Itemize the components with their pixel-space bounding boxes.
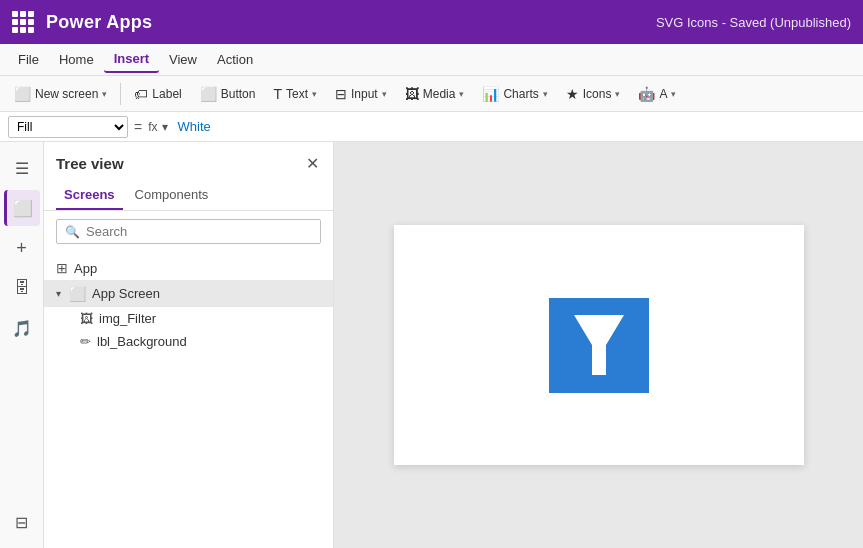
tree-item-app-screen[interactable]: ▾ ⬜ App Screen ⋯ (44, 280, 333, 307)
title-bar: Power Apps SVG Icons - Saved (Unpublishe… (0, 0, 863, 44)
tree-search-area: 🔍 (44, 211, 333, 252)
controls-icon: ⊟ (15, 513, 28, 532)
charts-btn-label: Charts (503, 87, 538, 101)
equals-sign: = (134, 119, 142, 135)
canvas-area[interactable] (334, 142, 863, 548)
tab-screens[interactable]: Screens (56, 181, 123, 210)
toolbar-sep-1 (120, 83, 121, 105)
fx-area: fx ▾ (148, 120, 167, 134)
tree-header: Tree view ✕ (44, 142, 333, 181)
tree-content: ⊞ App ▾ ⬜ App Screen ⋯ 🖼 img_Filter ✏ lb… (44, 252, 333, 548)
property-selector[interactable]: Fill Color X Y Width Height (8, 116, 128, 138)
sidebar-icon-data[interactable]: 🗄 (4, 270, 40, 306)
sidebar-icon-menu[interactable]: ☰ (4, 150, 40, 186)
icons-btn-label: Icons (583, 87, 612, 101)
input-btn-label: Input (351, 87, 378, 101)
label-btn-label: Label (152, 87, 181, 101)
sidebar-icon-controls[interactable]: ⊟ (4, 504, 40, 540)
app-title: Power Apps (46, 12, 152, 33)
media-icon: 🖼 (405, 86, 419, 102)
sidebar-icon-media[interactable]: 🎵 (4, 310, 40, 346)
label-icon: 🏷 (134, 86, 148, 102)
filter-icon-box (549, 298, 649, 393)
svg-marker-0 (574, 315, 624, 375)
icons-chevron: ▾ (615, 89, 620, 99)
ai-btn-label: A (659, 87, 667, 101)
menu-bar: File Home Insert View Action (0, 44, 863, 76)
fx-label: fx (148, 120, 157, 134)
search-icon: 🔍 (65, 225, 80, 239)
left-sidebar: ☰ ⬜ + 🗄 🎵 ⊟ (0, 142, 44, 548)
data-icon: 🗄 (14, 279, 30, 297)
media-lib-icon: 🎵 (12, 319, 32, 338)
input-icon: ⊟ (335, 86, 347, 102)
ai-icon: 🤖 (638, 86, 655, 102)
image-icon: 🖼 (80, 311, 93, 326)
menu-insert[interactable]: Insert (104, 46, 159, 73)
main-layout: ☰ ⬜ + 🗄 🎵 ⊟ Tree view ✕ Screens Componen… (0, 142, 863, 548)
screen-icon: ⬜ (69, 286, 86, 302)
menu-file[interactable]: File (8, 47, 49, 72)
menu-icon: ☰ (15, 159, 29, 178)
tree-panel: Tree view ✕ Screens Components 🔍 ⊞ App ▾… (44, 142, 334, 548)
sidebar-icon-add[interactable]: + (4, 230, 40, 266)
label-button[interactable]: 🏷 Label (126, 82, 189, 106)
menu-home[interactable]: Home (49, 47, 104, 72)
save-status: SVG Icons - Saved (Unpublished) (656, 15, 851, 30)
new-screen-chevron: ▾ (102, 89, 107, 99)
add-icon: + (16, 238, 27, 259)
filter-funnel-svg (569, 310, 629, 380)
input-button[interactable]: ⊟ Input ▾ (327, 82, 395, 106)
search-input[interactable] (86, 224, 312, 239)
text-chevron: ▾ (312, 89, 317, 99)
tree-item-img-filter[interactable]: 🖼 img_Filter (44, 307, 333, 330)
tree-title: Tree view (56, 155, 124, 172)
app-grid-icon: ⊞ (56, 260, 68, 276)
expand-icon: ▾ (56, 288, 61, 299)
formula-bar: Fill Color X Y Width Height = fx ▾ White (0, 112, 863, 142)
charts-chevron: ▾ (543, 89, 548, 99)
button-icon: ⬜ (200, 86, 217, 102)
charts-icon: 📊 (482, 86, 499, 102)
media-btn-label: Media (423, 87, 456, 101)
icons-icon: ★ (566, 86, 579, 102)
button-btn-label: Button (221, 87, 256, 101)
text-icon: T (273, 86, 282, 102)
ai-chevron: ▾ (671, 89, 676, 99)
media-chevron: ▾ (459, 89, 464, 99)
new-screen-button[interactable]: ⬜ New screen ▾ (6, 82, 115, 106)
text-btn-label: Text (286, 87, 308, 101)
tree-item-app[interactable]: ⊞ App (44, 256, 333, 280)
tree-item-screen-label: App Screen (92, 286, 299, 301)
screens-icon: ⬜ (13, 199, 33, 218)
tab-components[interactable]: Components (127, 181, 217, 210)
search-box: 🔍 (56, 219, 321, 244)
tree-tabs: Screens Components (44, 181, 333, 211)
tree-item-img-filter-label: img_Filter (99, 311, 321, 326)
sidebar-icon-screens[interactable]: ⬜ (4, 190, 40, 226)
text-button[interactable]: T Text ▾ (265, 82, 325, 106)
menu-action[interactable]: Action (207, 47, 263, 72)
icons-button[interactable]: ★ Icons ▾ (558, 82, 629, 106)
new-screen-icon: ⬜ (14, 86, 31, 102)
new-screen-label: New screen (35, 87, 98, 101)
tree-item-lbl-bg-label: lbl_Background (97, 334, 321, 349)
label-tree-icon: ✏ (80, 334, 91, 349)
waffle-icon[interactable] (12, 11, 34, 33)
input-chevron: ▾ (382, 89, 387, 99)
canvas-frame (394, 225, 804, 465)
charts-button[interactable]: 📊 Charts ▾ (474, 82, 555, 106)
tree-item-lbl-background[interactable]: ✏ lbl_Background (44, 330, 333, 353)
media-button[interactable]: 🖼 Media ▾ (397, 82, 473, 106)
tree-item-app-label: App (74, 261, 321, 276)
formula-value[interactable]: White (178, 119, 211, 134)
toolbar: ⬜ New screen ▾ 🏷 Label ⬜ Button T Text ▾… (0, 76, 863, 112)
ai-button[interactable]: 🤖 A ▾ (630, 82, 684, 106)
tree-close-button[interactable]: ✕ (304, 152, 321, 175)
button-button[interactable]: ⬜ Button (192, 82, 264, 106)
menu-view[interactable]: View (159, 47, 207, 72)
fx-dropdown-icon[interactable]: ▾ (162, 120, 168, 134)
